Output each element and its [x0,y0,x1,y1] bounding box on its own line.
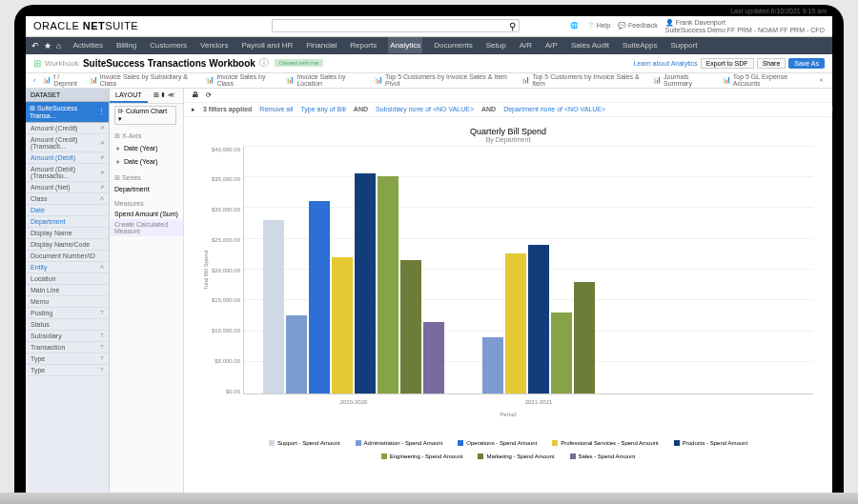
bar[interactable] [355,173,376,393]
learn-link[interactable]: Learn about Analytics [634,60,698,67]
dataset-field[interactable]: PostingT [26,308,109,319]
filter-2[interactable]: Subsidiary none of <NO VALUE> [376,106,474,112]
bar-group: 2020-2020 [263,173,444,393]
remove-filters-link[interactable]: Remove all [259,106,293,112]
info-icon[interactable]: ⓘ [259,56,269,70]
dataset-field[interactable]: Display Name [26,228,109,239]
dataset-field[interactable]: ClassA [26,193,109,205]
legend-item[interactable]: Engineering - Spend Amount [381,454,463,459]
series-value[interactable]: Department [110,184,183,194]
layout-tab[interactable]: LAYOUT [110,89,148,103]
home-icon[interactable]: ⌂ [56,41,61,50]
dataset-field[interactable]: Main Line [26,285,109,296]
dataset-field[interactable]: SubsidiaryT [26,331,109,342]
bar[interactable] [378,176,398,393]
saved-item[interactable]: 📊Invoice Sales by Subsidiary & Class [90,73,199,87]
legend-item[interactable]: Support - Spend Amount [269,440,340,446]
dataset-field[interactable]: Amount (Credit)(Transacti...# [26,134,109,152]
saved-item[interactable]: 📊Top 5 Customers by Invoice Sales & Item [521,73,645,87]
saved-item[interactable]: 📊t / Depmnt [43,73,81,87]
filter-toggle-icon[interactable]: ▸ [192,106,195,113]
xaxis-item[interactable]: ＋ Date (Year) [110,155,183,169]
more-icon[interactable]: ⋮ [829,106,832,113]
saved-item[interactable]: 📊Invoice Sales by Class [206,73,278,87]
nav-suiteapps[interactable]: SuiteApps [621,37,659,53]
star-icon[interactable]: ★ [44,41,51,50]
nav-reports[interactable]: Reports [348,37,378,53]
legend-item[interactable]: Operations - Spend Amount [458,440,537,446]
nav-sales-audit[interactable]: Sales Audit [569,37,611,53]
dataset-name[interactable]: ⊞ SuiteSuccess Transa...⋮ [26,102,109,123]
bar[interactable] [309,201,330,393]
dataset-field[interactable]: EntityA [26,262,109,273]
nav-analytics[interactable]: Analytics [388,37,422,53]
legend-item[interactable]: Sales - Spend Amount [570,454,636,459]
bar[interactable] [528,245,549,393]
bar[interactable] [263,220,284,393]
dataset-field[interactable]: Amount (Debit)# [26,152,109,164]
nav-billing[interactable]: Billing [114,37,138,53]
dataset-field[interactable]: Document Number/ID [26,251,109,262]
bar[interactable] [400,260,421,393]
nav-financial[interactable]: Financial [304,37,338,53]
legend-item[interactable]: Administration - Spend Amount [356,440,443,446]
lang-icon[interactable]: 🌐 [570,22,579,30]
nav-setup[interactable]: Setup [484,37,508,53]
legend-item[interactable]: Products - Spend Amount [674,440,747,446]
dataset-field[interactable]: Amount (Net)# [26,182,109,193]
calc-measure-link[interactable]: Create Calculated Measure [110,219,183,236]
nav-documents[interactable]: Documents [432,37,474,53]
dataset-field[interactable]: Amount (Debit) (Transactio...# [26,164,109,182]
global-search[interactable]: ⚲ [272,19,520,32]
dataset-field[interactable]: Department [26,216,109,228]
dataset-field[interactable]: TypeT [26,365,109,376]
share-button[interactable]: Share [757,58,786,69]
saved-item[interactable]: 📊Invoice Sales by Location [286,73,366,87]
layout-tab-icons[interactable]: ⊞ ⬍ ≪ [148,89,181,103]
chart-area: 🖶 ⟳ ▸ 3 filters applied Remove all Type … [184,89,832,500]
dataset-field[interactable]: Amount (Credit)# [26,123,109,134]
bar[interactable] [423,322,444,393]
nav-ar[interactable]: A/R [518,37,534,53]
chart-type-select[interactable]: ⊪ Column Chart ▾ [114,106,176,125]
nav-ap[interactable]: A/P [543,37,560,53]
filter-1[interactable]: Type any of Bill [300,106,345,112]
bar[interactable] [332,257,353,393]
add-icon[interactable]: ＋ [818,75,825,85]
back-arrow-icon[interactable]: ‹ [33,77,35,84]
dataset-field[interactable]: Location [26,273,109,285]
nav-vendors[interactable]: Vendors [198,37,230,53]
bar[interactable] [482,337,503,393]
nav-support[interactable]: Support [668,37,699,53]
nav-activities[interactable]: Activities [71,37,105,53]
dataset-field[interactable]: Memo [26,296,109,308]
dataset-field[interactable]: Date [26,205,109,216]
saved-item[interactable]: 📊Journals Summary [653,73,715,87]
saved-item[interactable]: 📊Top 5 Customers by Invoice Sales & Item… [375,73,514,87]
filter-3[interactable]: Department none of <NO VALUE> [503,106,605,112]
export-button[interactable]: Export to SDF [701,58,754,69]
bar[interactable] [551,312,572,393]
xaxis-item[interactable]: ＋ Date (Year) [110,142,183,155]
saved-item[interactable]: 📊Top 5 GL Expense Accounts [723,73,810,87]
bar[interactable] [505,253,526,393]
dataset-field[interactable]: Status [26,319,109,331]
legend-item[interactable]: Marketing - Spend Amount [478,454,554,459]
feedback-link[interactable]: 💬 Feedback [618,22,658,30]
back-icon[interactable]: ↶ [31,41,39,50]
dataset-field[interactable]: TypeT [26,353,109,365]
nav-payroll[interactable]: Payroll and HR [239,37,295,53]
save-as-button[interactable]: Save As [788,58,825,69]
bar[interactable] [286,315,307,393]
print-icon[interactable]: 🖶 [192,91,198,99]
bar[interactable] [574,282,595,393]
measures-value[interactable]: Spend Amount (Sum) [110,209,183,219]
nav-customers[interactable]: Customers [148,37,189,53]
refresh-icon[interactable]: ⟳ [206,91,212,99]
legend-item[interactable]: Professional Services - Spend Amount [552,440,658,446]
help-link[interactable]: ❔ Help [586,22,610,30]
workbook-label: Workbook [45,59,79,68]
user-info[interactable]: 👤 Frank DavenportSuiteSuccess Demo FF PR… [665,19,825,33]
dataset-field[interactable]: Display Name/Code [26,239,109,251]
dataset-field[interactable]: TransactionT [26,342,109,353]
